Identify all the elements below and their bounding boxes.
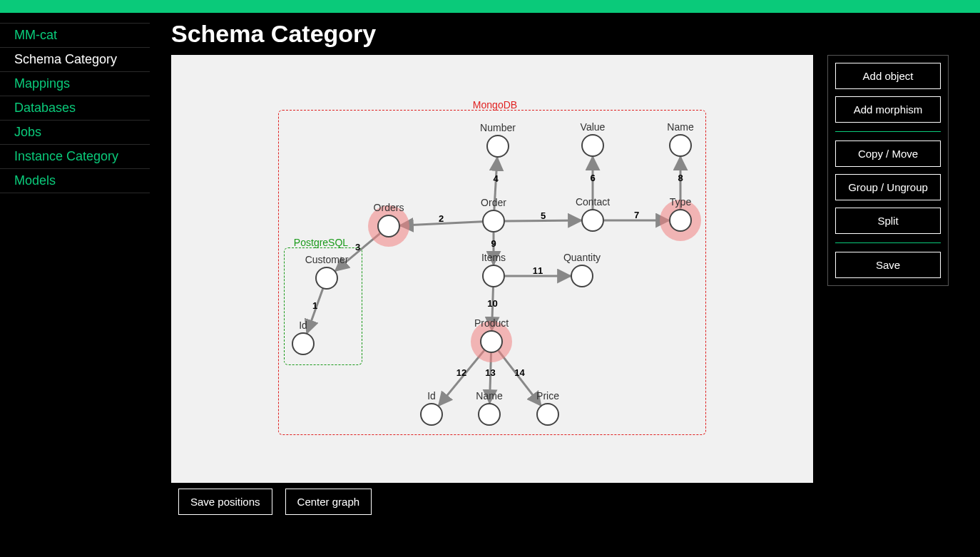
node-name2[interactable]: [478, 403, 501, 426]
tool-separator: [835, 131, 941, 132]
tool-panel: Add object Add morphism Copy / Move Grou…: [827, 55, 949, 286]
node-id2[interactable]: [420, 403, 443, 426]
node-label-contact: Contact: [576, 196, 610, 208]
group-label-mongodb: MongoDB: [473, 99, 517, 111]
node-label-id1: Id: [299, 320, 307, 331]
sidebar-item-mappings[interactable]: Mappings: [0, 72, 150, 96]
page-title: Schema Category: [171, 20, 980, 48]
edge-label-11: 11: [533, 265, 543, 276]
node-type[interactable]: [669, 209, 692, 232]
edge-2[interactable]: [400, 222, 482, 225]
add-object-button[interactable]: Add object: [835, 63, 941, 89]
edge-label-9: 9: [491, 237, 496, 248]
node-quantity[interactable]: [571, 265, 593, 287]
add-morphism-button[interactable]: Add morphism: [835, 96, 941, 123]
node-contact[interactable]: [581, 209, 604, 232]
group-ungroup-button[interactable]: Group / Ungroup: [835, 174, 941, 200]
save-positions-button[interactable]: Save positions: [178, 489, 272, 515]
edge-label-8: 8: [678, 172, 683, 183]
node-orders[interactable]: [377, 215, 400, 237]
edge-label-2: 2: [439, 213, 444, 223]
sidebar-item-models[interactable]: Models: [0, 169, 150, 193]
node-label-items: Items: [481, 252, 506, 263]
node-label-quantity: Quantity: [563, 252, 601, 263]
edge-3[interactable]: [335, 233, 379, 270]
node-price[interactable]: [536, 403, 559, 426]
edge-label-5: 5: [541, 210, 546, 220]
split-button[interactable]: Split: [835, 208, 941, 234]
edge-5[interactable]: [505, 220, 581, 221]
center-graph-button[interactable]: Center graph: [285, 489, 372, 515]
edge-label-7: 7: [634, 210, 639, 220]
sidebar-item-mmcat[interactable]: MM-cat: [0, 23, 150, 48]
edge-label-1: 1: [312, 300, 317, 311]
node-label-value: Value: [581, 121, 606, 133]
node-label-name2: Name: [476, 390, 502, 402]
group-label-postgresql: PostgreSQL: [294, 237, 348, 248]
edge-label-12: 12: [456, 367, 466, 378]
edge-label-4: 4: [493, 173, 498, 183]
copy-move-button[interactable]: Copy / Move: [835, 140, 941, 167]
edge-10[interactable]: [492, 287, 494, 330]
node-label-customer: Customer: [305, 254, 349, 265]
edge-13[interactable]: [489, 353, 491, 403]
node-label-number: Number: [480, 122, 516, 133]
node-label-product: Product: [474, 317, 509, 329]
sidebar-item-schema[interactable]: Schema Category: [0, 48, 150, 72]
node-label-name1: Name: [667, 121, 693, 133]
node-label-type: Type: [670, 196, 691, 208]
sidebar-item-jobs[interactable]: Jobs: [0, 121, 150, 145]
bottom-toolbar: Save positions Center graph: [171, 489, 980, 515]
top-accent-bar: [0, 0, 980, 13]
node-customer[interactable]: [315, 267, 338, 290]
edge-label-6: 6: [590, 172, 595, 183]
node-label-orders: Orders: [374, 202, 404, 213]
schema-canvas[interactable]: MongoDBPostgreSQL1234567891011121314Orde…: [171, 55, 813, 483]
node-product[interactable]: [480, 330, 503, 353]
edge-1[interactable]: [307, 289, 322, 333]
node-name1[interactable]: [669, 134, 692, 157]
edge-label-10: 10: [487, 298, 497, 309]
node-label-price: Price: [536, 390, 559, 402]
sidebar-item-databases[interactable]: Databases: [0, 96, 150, 121]
node-value[interactable]: [581, 134, 604, 157]
edge-12[interactable]: [439, 350, 484, 405]
edge-label-3: 3: [355, 241, 360, 252]
sidebar: MM-catSchema CategoryMappingsDatabasesJo…: [0, 13, 150, 557]
edge-4[interactable]: [494, 158, 497, 210]
node-label-id2: Id: [427, 390, 436, 402]
edge-label-14: 14: [514, 367, 524, 378]
node-order[interactable]: [482, 210, 505, 232]
tool-separator: [835, 242, 941, 243]
node-label-order: Order: [481, 197, 506, 208]
edge-14[interactable]: [499, 351, 541, 406]
node-items[interactable]: [482, 265, 505, 287]
node-number[interactable]: [486, 135, 509, 158]
edge-label-13: 13: [485, 367, 495, 378]
sidebar-item-instance[interactable]: Instance Category: [0, 145, 150, 169]
save-button[interactable]: Save: [835, 252, 941, 278]
node-id1[interactable]: [292, 332, 315, 355]
